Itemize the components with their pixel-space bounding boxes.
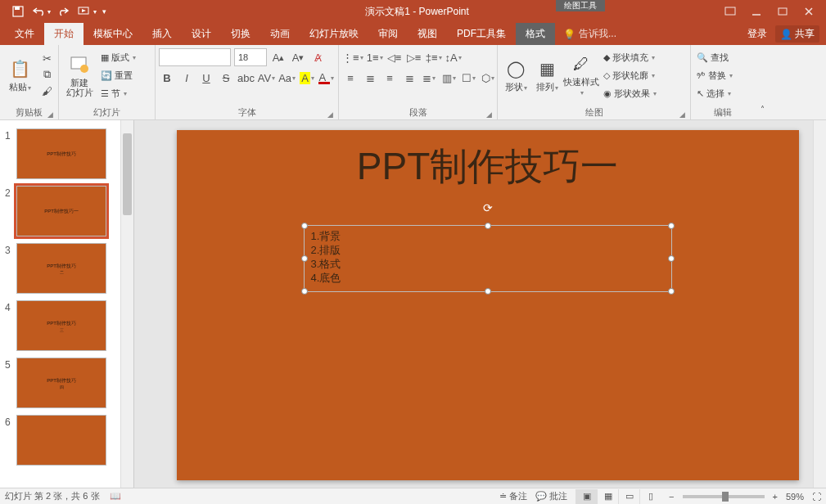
shadow-button[interactable]: abc (237, 70, 255, 86)
reading-view-button[interactable]: ▭ (618, 489, 639, 504)
justify-button[interactable]: ≣ (401, 70, 418, 86)
resize-handle[interactable] (301, 255, 308, 262)
textbox-content[interactable]: 1.背景2.排版3.格式4.底色 (305, 226, 671, 288)
resize-handle[interactable] (485, 223, 491, 229)
zoom-slider[interactable] (683, 495, 765, 498)
undo-icon[interactable]: ▾ (29, 0, 52, 23)
slideshow-view-button[interactable]: ▯ (639, 489, 661, 504)
highlight-button[interactable]: A▾ (299, 70, 315, 86)
ribbon-display-icon[interactable] (724, 6, 736, 17)
replace-button[interactable]: ᵃ⁄ᵇ替换▾ (694, 66, 735, 84)
zoom-out-button[interactable]: − (669, 492, 674, 502)
reset-button[interactable]: 🔄重置 (98, 66, 138, 84)
font-size-input[interactable]: 18 (234, 48, 267, 66)
tab-template[interactable]: 模板中心 (84, 23, 142, 45)
notes-button[interactable]: ≐ 备注 (499, 490, 527, 502)
copy-button[interactable]: ⧉ (38, 66, 55, 83)
content-textbox[interactable]: ⟳ 1.背景2.排版3.格式4.底色 (304, 225, 672, 292)
align-center-button[interactable]: ≣ (362, 70, 378, 86)
paste-button[interactable]: 📋 粘贴▾ (3, 48, 37, 102)
clear-formatting-button[interactable]: A̷ (309, 49, 326, 65)
collapse-ribbon-button[interactable]: ˄ (754, 101, 770, 117)
slide-thumbnail[interactable]: PPT制作技巧一 (16, 186, 106, 236)
align-right-button[interactable]: ≡ (381, 70, 398, 86)
maximize-icon[interactable] (777, 6, 788, 17)
login-link[interactable]: 登录 (747, 27, 767, 41)
launcher-icon[interactable]: ◢ (327, 110, 333, 119)
resize-handle[interactable] (301, 223, 308, 229)
char-spacing-button[interactable]: AV▾ (258, 70, 275, 86)
resize-handle[interactable] (485, 288, 491, 295)
fit-to-window-button[interactable]: ⛶ (812, 492, 821, 502)
slide-thumbnail[interactable]: PPT制作技巧二 (16, 243, 106, 294)
decrease-indent-button[interactable]: ◁≡ (386, 49, 403, 65)
slide-thumbnail[interactable]: PPT制作技巧三 (16, 300, 106, 351)
resize-handle[interactable] (668, 255, 675, 262)
increase-font-button[interactable]: A▴ (270, 49, 287, 65)
select-button[interactable]: ↖选择▾ (694, 84, 735, 102)
launcher-icon[interactable]: ◢ (679, 110, 685, 119)
decrease-font-button[interactable]: A▾ (290, 49, 306, 65)
shape-outline-button[interactable]: ◇形状轮廓▾ (601, 66, 659, 84)
new-slide-button[interactable]: 新建 幻灯片 (62, 48, 97, 102)
increase-indent-button[interactable]: ▷≡ (406, 49, 422, 65)
resize-handle[interactable] (668, 288, 675, 295)
tab-file[interactable]: 文件 (5, 23, 44, 45)
resize-handle[interactable] (301, 288, 308, 295)
share-button[interactable]: 👤共享 (775, 25, 819, 43)
quick-styles-button[interactable]: 🖊快速样式▾ (563, 48, 599, 102)
resize-handle[interactable] (668, 223, 675, 229)
find-button[interactable]: 🔍查找 (694, 48, 735, 66)
zoom-level[interactable]: 59% (786, 492, 804, 502)
tab-view[interactable]: 视图 (408, 23, 447, 45)
shape-fill-button[interactable]: ◆形状填充▾ (601, 48, 659, 66)
bold-button[interactable]: B (159, 70, 175, 86)
tab-animation[interactable]: 动画 (260, 23, 300, 45)
slide-thumbnail[interactable]: PPT制作技巧 (16, 128, 106, 179)
line-spacing-button[interactable]: ‡≡▾ (426, 49, 442, 65)
slide-title[interactable]: PPT制作技巧一 (177, 142, 799, 192)
numbering-button[interactable]: 1≡▾ (367, 49, 383, 65)
cut-button[interactable]: ✂ (38, 50, 55, 66)
redo-icon[interactable] (52, 0, 75, 23)
slide-thumbnail[interactable] (16, 415, 106, 466)
section-button[interactable]: ☰节▾ (98, 84, 138, 102)
tab-slideshow[interactable]: 幻灯片放映 (300, 23, 368, 45)
font-name-input[interactable] (159, 48, 231, 66)
font-color-button[interactable]: A▾ (318, 70, 335, 86)
smartart-button[interactable]: ⬡▾ (480, 70, 496, 86)
strikethrough-button[interactable]: S (218, 70, 234, 86)
tell-me-search[interactable]: 💡 告诉我... (563, 27, 616, 41)
minimize-icon[interactable] (751, 6, 762, 17)
tab-design[interactable]: 设计 (182, 23, 221, 45)
tab-home[interactable]: 开始 (44, 23, 84, 45)
shape-effects-button[interactable]: ◉形状效果▾ (601, 84, 659, 102)
rotate-handle[interactable]: ⟳ (483, 201, 493, 211)
layout-button[interactable]: ▦版式▾ (98, 48, 138, 66)
columns-button[interactable]: ▥▾ (440, 70, 457, 86)
tab-transition[interactable]: 切换 (221, 23, 260, 45)
shapes-button[interactable]: ◯形状▾ (501, 48, 530, 102)
qat-customize-icon[interactable]: ▾ (98, 0, 110, 23)
launcher-icon[interactable]: ◢ (486, 110, 492, 119)
underline-button[interactable]: U (198, 70, 214, 86)
tab-review[interactable]: 审阅 (368, 23, 408, 45)
zoom-in-button[interactable]: + (773, 492, 778, 502)
tab-pdf[interactable]: PDF工具集 (447, 23, 516, 45)
change-case-button[interactable]: Aa▾ (278, 70, 296, 86)
slide-thumbnail[interactable]: PPT制作技巧四 (16, 358, 106, 408)
thumbnails-scrollbar[interactable] (120, 120, 133, 488)
sorter-view-button[interactable]: ▦ (597, 489, 618, 504)
align-text-button[interactable]: ☐▾ (460, 70, 476, 86)
italic-button[interactable]: I (178, 70, 195, 86)
text-direction-button[interactable]: ↕A▾ (445, 49, 462, 65)
canvas-scrollbar[interactable] (813, 120, 826, 488)
launcher-icon[interactable]: ◢ (47, 110, 53, 119)
start-from-beginning-icon[interactable]: ▾ (75, 0, 98, 23)
normal-view-button[interactable]: ▣ (575, 489, 597, 504)
tab-insert[interactable]: 插入 (142, 23, 182, 45)
save-icon[interactable] (7, 0, 29, 23)
comments-button[interactable]: 💬 批注 (535, 490, 567, 502)
spellcheck-icon[interactable]: 📖 (110, 491, 121, 502)
arrange-button[interactable]: ▦排列▾ (532, 48, 562, 102)
